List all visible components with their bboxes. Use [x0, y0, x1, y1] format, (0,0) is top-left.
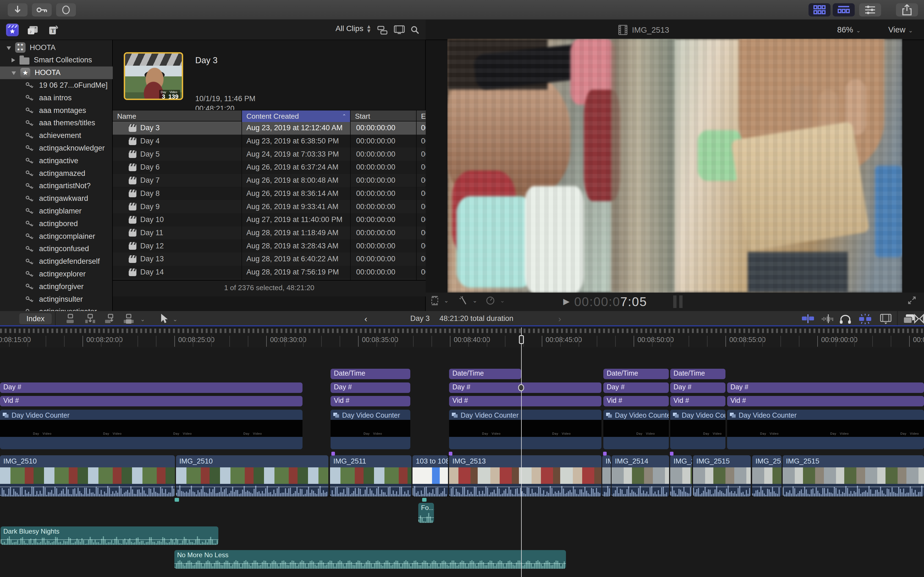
video-clip-img_2510[interactable]: IMG_2510 [0, 455, 175, 496]
sidebar-item-hoota[interactable]: ★★★★HOOTA [0, 41, 113, 54]
video-clip-img_2515[interactable]: IMG_2515 [693, 455, 751, 496]
title-clip-vid-number[interactable]: Vid # [449, 396, 601, 406]
crop-tool-button[interactable]: ⌄ [431, 296, 449, 305]
list-preview-button[interactable] [394, 25, 405, 35]
title-clip-day-number[interactable]: Day # [0, 382, 302, 393]
browser-grid-view-button[interactable] [809, 3, 830, 16]
index-button[interactable]: Index [19, 313, 52, 324]
sidebar-item-actingacknowledger[interactable]: actingacknowledger [0, 142, 113, 155]
solo-toggle[interactable] [839, 313, 851, 325]
video-clip-img_2514[interactable]: IMG_2514 [612, 455, 669, 496]
sidebar-item-actingcomplainer[interactable]: actingcomplainer [0, 230, 113, 243]
import-media-button[interactable] [8, 3, 27, 16]
title-clip-day-number[interactable]: Day # [603, 382, 669, 393]
title-clip-vid-number[interactable]: Vid # [0, 396, 302, 406]
clip-library-tab[interactable] [6, 24, 19, 36]
sidebar-item-smart-collections[interactable]: Smart Collections [0, 54, 113, 66]
sidebar-item-aaa-themes-titles[interactable]: aaa themes/titles [0, 117, 113, 129]
keywords-button[interactable] [32, 3, 52, 16]
counter-clip-day-video-counter[interactable]: Day Video CounterDay Video [331, 410, 410, 449]
sidebar-item-actingbored[interactable]: actingbored [0, 218, 113, 230]
video-clip-img_2515[interactable]: IMG_2515 [783, 455, 924, 496]
sidebar-item-actingartistnot-[interactable]: actingartistNot? [0, 180, 113, 192]
video-frame[interactable] [447, 39, 902, 293]
clip-marker[interactable] [670, 452, 674, 456]
play-button[interactable]: ▶ [563, 297, 570, 306]
title-clip-day-number[interactable]: Day # [449, 382, 601, 393]
current-project-name[interactable]: Day 3 [410, 314, 430, 323]
table-row-day-4[interactable]: Day 4Aug 23, 2019 at 6:38:50 PM00:00:00:… [113, 135, 426, 148]
title-clip-day-number[interactable]: Day # [331, 382, 410, 393]
sidebar-item-hoota[interactable]: ★HOOTA [0, 66, 113, 79]
connect-edit-button[interactable] [65, 313, 77, 324]
sidebar-item-actingexplorer[interactable]: actingexplorer [0, 268, 113, 280]
clip-marker[interactable] [449, 452, 452, 456]
table-row-day-8[interactable]: Day 8Aug 26, 2019 at 8:36:14 AM00:00:00:… [113, 187, 426, 200]
fullscreen-button[interactable] [908, 296, 916, 305]
video-clip-img_2515[interactable]: IMG_2515 [670, 455, 692, 496]
snapping-toggle[interactable] [858, 313, 873, 325]
sidebar-item-achievement[interactable]: achievement [0, 129, 113, 142]
sidebar-item-aaa-montages[interactable]: aaa montages [0, 104, 113, 117]
sidebar-item-actingconfused[interactable]: actingconfused [0, 243, 113, 255]
video-clip-img_2511[interactable]: IMG_2511 [330, 455, 411, 496]
video-clip-103-to-108[interactable]: 103 to 108 [412, 455, 448, 496]
table-row-day-13[interactable]: Day 13Aug 28, 2019 at 6:40:22 AM00:00:00… [113, 253, 426, 266]
sidebar-item-actingforgiver[interactable]: actingforgiver [0, 280, 113, 293]
append-edit-button[interactable] [103, 313, 115, 324]
media-browser-button[interactable] [914, 314, 924, 324]
overwrite-edit-button[interactable] [123, 313, 135, 324]
table-row-day-11[interactable]: Day 11Aug 28, 2019 at 1:18:49 AM00:00:00… [113, 226, 426, 240]
sidebar-item-actinginsulter[interactable]: actinginsulter [0, 293, 113, 306]
video-clip-img_2513[interactable]: IMG_2513 [449, 455, 601, 496]
table-row-day-12[interactable]: Day 12Aug 28, 2019 at 3:28:43 AM00:00:00… [113, 239, 426, 253]
table-row-day-9[interactable]: Day 9Aug 26, 2019 at 9:33:41 AM00:00:00:… [113, 200, 426, 213]
timeline-index-view-button[interactable] [833, 3, 855, 16]
search-button[interactable] [410, 25, 420, 35]
disclosure-triangle[interactable] [11, 58, 15, 62]
filmstrip-view-button[interactable] [377, 26, 388, 35]
table-row-day-3[interactable]: Day 3Aug 23, 2019 at 12:12:40 AM00:00:00… [113, 121, 426, 135]
share-button[interactable] [896, 3, 918, 16]
title-clip-vid-number[interactable]: Vid # [331, 396, 410, 406]
clip-marker[interactable] [331, 452, 335, 456]
counter-clip-day-video-counter[interactable]: Day Video CounterDay Video [670, 410, 725, 449]
title-clip-day-number[interactable]: Day # [727, 382, 924, 393]
table-row-day-6[interactable]: Day 6Aug 26, 2019 at 6:37:24 AM00:00:00:… [113, 161, 426, 174]
effects-browser-button[interactable] [879, 313, 892, 325]
jog-bar[interactable] [673, 295, 677, 308]
sidebar-item-aaa-intros[interactable]: aaa intros [0, 92, 113, 104]
selected-clip-thumbnail[interactable]: Day3 Video139 [124, 52, 183, 100]
title-clip-day-number[interactable]: Day # [670, 382, 725, 393]
title-clip-datetime[interactable]: Date/Time [603, 369, 669, 379]
next-project-button[interactable]: › [558, 314, 561, 324]
title-clip-datetime[interactable]: Date/Time [670, 369, 725, 379]
counter-clip-day-video-counter[interactable]: Day Video CounterDay Video [603, 410, 669, 449]
disclosure-triangle[interactable] [6, 47, 11, 50]
photos-audio-tab[interactable]: ♪ [26, 24, 39, 36]
counter-clip-day-video-counter[interactable]: Day Video CounterDay VideoDay VideoDay V… [727, 410, 924, 449]
playhead[interactable] [521, 327, 522, 577]
sidebar-item-actingactive[interactable]: actingactive [0, 155, 113, 167]
clip-filter-dropdown[interactable]: All Clips ▲▼ [336, 24, 372, 33]
column-header-name[interactable]: Name [113, 110, 242, 122]
audio-clip-fo-[interactable]: Fo… [418, 503, 434, 523]
playhead-handle[interactable] [519, 335, 524, 344]
connected-clip-stub[interactable] [422, 498, 426, 502]
retime-button[interactable]: ⌄ [486, 296, 505, 305]
viewer-view-dropdown[interactable]: View⌄ [888, 25, 913, 34]
sidebar-item-actingawkward[interactable]: actingawkward [0, 192, 113, 205]
skimming-toggle[interactable] [801, 313, 815, 324]
table-row-day-10[interactable]: Day 10Aug 27, 2019 at 11:40:00 PM00:00:0… [113, 213, 426, 226]
sidebar-item-actingdefenderself[interactable]: actingdefenderself [0, 255, 113, 268]
enhancements-button[interactable]: ⌄ [459, 296, 477, 305]
sidebar-item-actingamazed[interactable]: actingamazed [0, 167, 113, 180]
titles-generators-tab[interactable]: T [47, 24, 60, 36]
video-clip-img_2515[interactable]: IMG_2515 [752, 455, 782, 496]
title-clip-vid-number[interactable]: Vid # [727, 396, 924, 406]
table-row-day-14[interactable]: Day 14Aug 28, 2019 at 7:56:19 PM00:00:00… [113, 266, 426, 279]
counter-clip-day-video-counter[interactable]: Day Video CounterDay VideoDay VideoDay V… [0, 410, 302, 449]
title-clip-vid-number[interactable]: Vid # [603, 396, 669, 406]
insert-edit-button[interactable] [84, 313, 96, 324]
viewer-zoom-dropdown[interactable]: 86%⌄ [837, 25, 861, 34]
